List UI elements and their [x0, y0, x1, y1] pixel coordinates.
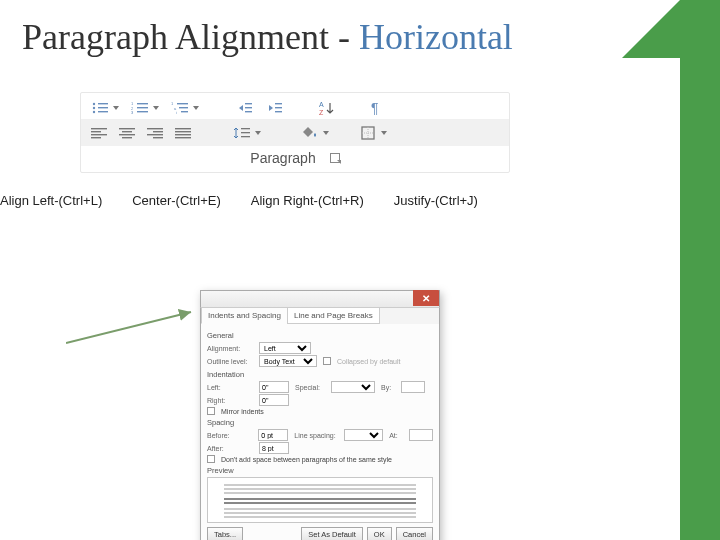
- mirror-checkbox[interactable]: [207, 407, 215, 415]
- decrease-indent-icon[interactable]: [235, 101, 253, 115]
- svg-text:A: A: [319, 101, 324, 108]
- slide-accent-bar: [680, 0, 720, 540]
- align-center-icon[interactable]: [119, 127, 135, 139]
- indent-left-input[interactable]: [259, 381, 289, 393]
- outline-label: Outline level:: [207, 358, 253, 365]
- indent-right-label: Right:: [207, 397, 253, 404]
- before-label: Before:: [207, 432, 252, 439]
- callout-arrow: [66, 308, 196, 348]
- shortcut-align-right: Align Right-(Ctrl+R): [251, 193, 364, 208]
- shortcut-center: Center-(Ctrl+E): [132, 193, 221, 208]
- slide-accent-corner: [622, 0, 680, 58]
- svg-rect-46: [241, 132, 250, 133]
- paragraph-dialog: ✕ Indents and Spacing Line and Page Brea…: [200, 290, 440, 540]
- noadd-checkbox[interactable]: [207, 455, 215, 463]
- svg-rect-31: [91, 134, 107, 135]
- tab-line-page-breaks[interactable]: Line and Page Breaks: [287, 308, 380, 324]
- svg-rect-35: [119, 134, 135, 135]
- ok-button[interactable]: OK: [367, 527, 392, 540]
- svg-rect-15: [179, 107, 188, 108]
- collapsed-checkbox[interactable]: [323, 357, 331, 365]
- cancel-button[interactable]: Cancel: [396, 527, 433, 540]
- show-hide-icon[interactable]: ¶: [371, 101, 385, 115]
- align-left-icon[interactable]: [91, 127, 107, 139]
- svg-rect-30: [91, 131, 101, 132]
- title-main: Paragraph Alignment -: [22, 17, 359, 57]
- close-icon[interactable]: ✕: [413, 290, 439, 306]
- svg-rect-38: [153, 131, 163, 132]
- svg-rect-19: [245, 103, 252, 104]
- svg-marker-18: [239, 105, 243, 111]
- by-input[interactable]: [401, 381, 425, 393]
- svg-rect-24: [275, 107, 282, 108]
- svg-rect-39: [147, 134, 163, 135]
- alignment-select[interactable]: Left: [259, 342, 311, 354]
- before-input[interactable]: [258, 429, 288, 441]
- svg-rect-40: [153, 137, 163, 138]
- svg-rect-20: [245, 107, 252, 108]
- svg-text:i: i: [176, 110, 177, 115]
- svg-rect-32: [91, 137, 101, 138]
- sort-icon[interactable]: AZ: [319, 101, 335, 115]
- svg-rect-34: [122, 131, 132, 132]
- svg-point-0: [93, 103, 95, 105]
- paragraph-ribbon-group: 123 1ai AZ ¶: [80, 92, 510, 173]
- after-label: After:: [207, 445, 253, 452]
- tabs-button[interactable]: Tabs...: [207, 527, 243, 540]
- svg-rect-44: [175, 137, 191, 138]
- increase-indent-icon[interactable]: [265, 101, 283, 115]
- special-select[interactable]: [331, 381, 375, 393]
- at-label: At:: [389, 432, 403, 439]
- svg-point-4: [93, 111, 95, 113]
- svg-rect-29: [91, 128, 107, 129]
- svg-rect-43: [175, 134, 191, 135]
- ribbon-group-label: Paragraph: [250, 150, 315, 166]
- mirror-label: Mirror indents: [221, 408, 264, 415]
- svg-rect-7: [137, 103, 148, 104]
- svg-rect-36: [122, 137, 132, 138]
- set-default-button[interactable]: Set As Default: [301, 527, 363, 540]
- shortcut-align-left: Align Left-(Ctrl+L): [0, 193, 102, 208]
- svg-text:3: 3: [131, 110, 134, 115]
- svg-rect-9: [137, 107, 148, 108]
- linespacing-select[interactable]: [344, 429, 383, 441]
- svg-rect-25: [275, 111, 282, 112]
- by-label: By:: [381, 384, 395, 391]
- borders-icon[interactable]: [361, 126, 387, 140]
- alignment-label: Alignment:: [207, 345, 253, 352]
- svg-rect-33: [119, 128, 135, 129]
- shortcut-justify: Justify-(Ctrl+J): [394, 193, 478, 208]
- multilevel-list-icon[interactable]: 1ai: [171, 101, 199, 115]
- svg-rect-11: [137, 111, 148, 112]
- linespacing-label: Line spacing:: [294, 432, 337, 439]
- indent-left-label: Left:: [207, 384, 253, 391]
- justify-icon[interactable]: [175, 127, 191, 139]
- svg-rect-13: [177, 103, 188, 104]
- align-right-icon[interactable]: [147, 127, 163, 139]
- svg-rect-45: [241, 128, 250, 129]
- tab-indents-spacing[interactable]: Indents and Spacing: [201, 308, 288, 324]
- svg-point-2: [93, 107, 95, 109]
- shortcut-row: Align Left-(Ctrl+L) Center-(Ctrl+E) Alig…: [0, 173, 720, 208]
- dialog-launcher-icon[interactable]: [330, 153, 340, 163]
- shading-icon[interactable]: [303, 126, 329, 140]
- svg-rect-37: [147, 128, 163, 129]
- after-input[interactable]: [259, 442, 289, 454]
- at-input[interactable]: [409, 429, 433, 441]
- bullets-icon[interactable]: [91, 101, 119, 115]
- section-general: General: [207, 331, 433, 340]
- numbering-icon[interactable]: 123: [131, 101, 159, 115]
- line-spacing-icon[interactable]: [233, 126, 261, 140]
- indent-right-input[interactable]: [259, 394, 289, 406]
- preview-box: [207, 477, 433, 523]
- svg-rect-1: [98, 103, 108, 104]
- svg-rect-47: [241, 136, 250, 137]
- svg-rect-17: [181, 111, 188, 112]
- section-indentation: Indentation: [207, 370, 433, 379]
- svg-marker-22: [269, 105, 273, 111]
- dialog-titlebar: ✕: [200, 290, 440, 308]
- outline-select[interactable]: Body Text: [259, 355, 317, 367]
- svg-rect-21: [245, 111, 252, 112]
- title-sub: Horizontal: [359, 17, 513, 57]
- section-spacing: Spacing: [207, 418, 433, 427]
